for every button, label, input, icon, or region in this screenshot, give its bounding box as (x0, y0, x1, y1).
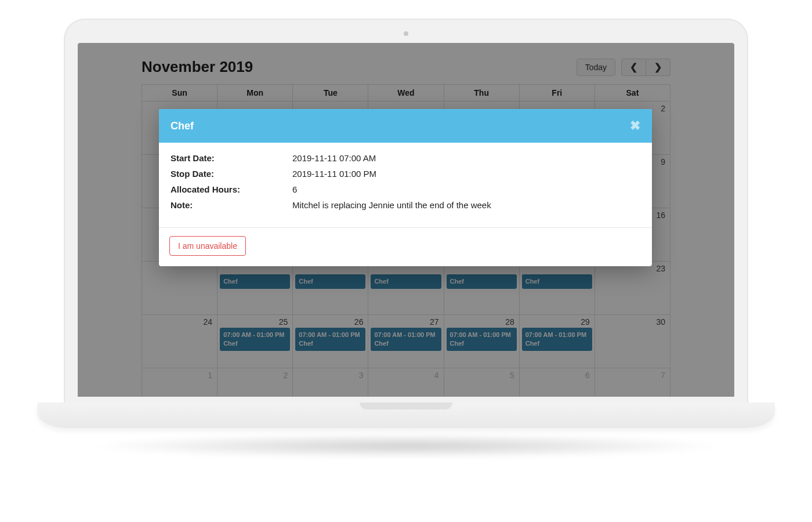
calendar-cell[interactable]: Chef (217, 262, 293, 315)
shift-event[interactable]: 07:00 AM - 01:00 PMChef (220, 328, 290, 351)
calendar-cell[interactable]: 2 (217, 368, 293, 397)
calendar-cell[interactable]: 2507:00 AM - 01:00 PMChef (217, 315, 293, 368)
calendar-cell[interactable]: 4 (368, 368, 444, 397)
prev-button[interactable]: ❮ (621, 59, 646, 76)
note-label: Note: (171, 200, 292, 210)
calendar-cell[interactable]: 23 (594, 262, 670, 315)
calendar-header: November 2019 Today ❮ ❯ (142, 58, 670, 76)
calendar-week: ChefChefChefChefChef23 (142, 262, 670, 315)
day-number: 2 (661, 104, 665, 113)
day-header: Fri (519, 85, 594, 102)
calendar-week: 242507:00 AM - 01:00 PMChef2607:00 AM - … (142, 315, 670, 368)
event-role: Chef (223, 339, 287, 348)
event-time: 07:00 AM - 01:00 PM (525, 331, 589, 339)
event-role: Chef (450, 339, 513, 348)
close-icon[interactable]: ✖ (630, 118, 640, 133)
day-number: 7 (661, 371, 665, 380)
start-date-label: Start Date: (171, 153, 292, 163)
today-button[interactable]: Today (577, 59, 615, 76)
day-number: 3 (359, 371, 364, 380)
shift-event[interactable]: Chef (295, 274, 365, 289)
day-number: 5 (510, 371, 514, 380)
calendar-cell[interactable]: 1 (142, 368, 217, 397)
event-time: 07:00 AM - 01:00 PM (450, 331, 513, 339)
calendar-cell[interactable]: 30 (594, 315, 670, 368)
camera-dot (404, 31, 408, 36)
calendar-cell[interactable]: 3 (293, 368, 368, 397)
laptop-frame: November 2019 Today ❮ ❯ SunMonTueWedThuF… (64, 19, 748, 425)
day-number: 30 (656, 317, 665, 327)
day-number: 23 (656, 264, 665, 273)
day-number: 1 (208, 371, 212, 380)
day-header: Tue (293, 85, 368, 102)
calendar-cell[interactable]: 2807:00 AM - 01:00 PMChef (444, 315, 519, 368)
day-number: 6 (585, 371, 590, 380)
stop-date-value: 2019-11-11 01:00 PM (292, 169, 640, 179)
day-number: 28 (505, 317, 514, 327)
next-button[interactable]: ❯ (646, 59, 670, 76)
event-role: Chef (299, 277, 362, 286)
modal-footer: I am unavailable (159, 227, 652, 266)
event-role: Chef (299, 339, 362, 348)
calendar-cell[interactable]: 2607:00 AM - 01:00 PMChef (293, 315, 368, 368)
stop-date-label: Stop Date: (171, 169, 292, 179)
allocated-hours-label: Allocated Hours: (171, 184, 292, 194)
calendar-week: 1234567 (142, 368, 670, 397)
event-role: Chef (450, 277, 513, 286)
event-role: Chef (374, 339, 437, 348)
shift-event[interactable]: Chef (447, 274, 517, 289)
day-header: Mon (217, 85, 293, 102)
event-role: Chef (525, 339, 589, 348)
chevron-left-icon: ❮ (630, 62, 637, 72)
shift-event[interactable]: 07:00 AM - 01:00 PMChef (522, 328, 592, 351)
calendar-cell[interactable]: 2707:00 AM - 01:00 PMChef (368, 315, 444, 368)
shift-event[interactable]: Chef (522, 274, 592, 289)
calendar-cell[interactable]: Chef (293, 262, 368, 315)
allocated-hours-row: Allocated Hours: 6 (171, 184, 640, 194)
calendar-cell[interactable]: 7 (594, 368, 670, 397)
calendar-nav: Today ❮ ❯ (577, 59, 670, 76)
day-header: Sun (142, 85, 217, 102)
shift-event[interactable]: 07:00 AM - 01:00 PMChef (447, 328, 517, 351)
shift-detail-modal: Chef ✖ Start Date: 2019-11-11 07:00 AM S… (159, 109, 652, 266)
shift-event[interactable]: Chef (220, 274, 290, 289)
day-header: Sat (594, 85, 670, 102)
chevron-right-icon: ❯ (654, 62, 662, 72)
modal-header: Chef ✖ (159, 109, 652, 143)
shift-event[interactable]: Chef (371, 274, 441, 289)
shift-event[interactable]: 07:00 AM - 01:00 PMChef (371, 328, 441, 351)
day-header: Thu (444, 85, 519, 102)
calendar-cell[interactable]: 5 (444, 368, 519, 397)
calendar-cell[interactable]: Chef (444, 262, 519, 315)
note-value: Mitchel is replacing Jennie until the en… (292, 200, 640, 210)
calendar-cell[interactable]: Chef (519, 262, 594, 315)
calendar-cell[interactable]: 6 (519, 368, 594, 397)
calendar-title: November 2019 (142, 58, 253, 76)
calendar-cell[interactable]: Chef (368, 262, 444, 315)
calendar-cell[interactable]: 2907:00 AM - 01:00 PMChef (519, 315, 594, 368)
day-number: 16 (656, 211, 665, 220)
nav-button-group: ❮ ❯ (621, 59, 670, 76)
screen: November 2019 Today ❮ ❯ SunMonTueWedThuF… (78, 43, 734, 397)
day-number: 2 (283, 371, 288, 380)
day-number: 9 (661, 157, 665, 166)
day-number: 27 (430, 317, 439, 327)
calendar-cell[interactable] (142, 262, 217, 315)
calendar-cell[interactable]: 24 (142, 315, 217, 368)
event-time: 07:00 AM - 01:00 PM (299, 331, 362, 339)
day-number: 24 (204, 317, 213, 327)
start-date-row: Start Date: 2019-11-11 07:00 AM (171, 153, 640, 163)
day-header: Wed (368, 85, 444, 102)
allocated-hours-value: 6 (292, 184, 640, 194)
event-role: Chef (374, 277, 437, 286)
note-row: Note: Mitchel is replacing Jennie until … (171, 200, 640, 210)
unavailable-button[interactable]: I am unavailable (169, 236, 246, 256)
shift-event[interactable]: 07:00 AM - 01:00 PMChef (295, 328, 365, 351)
start-date-value: 2019-11-11 07:00 AM (292, 153, 640, 163)
day-number: 26 (354, 317, 364, 327)
laptop-notch (360, 403, 452, 409)
laptop-base (37, 403, 775, 428)
day-number: 4 (434, 371, 439, 380)
day-number: 25 (279, 317, 288, 327)
device-shadow (87, 434, 725, 458)
